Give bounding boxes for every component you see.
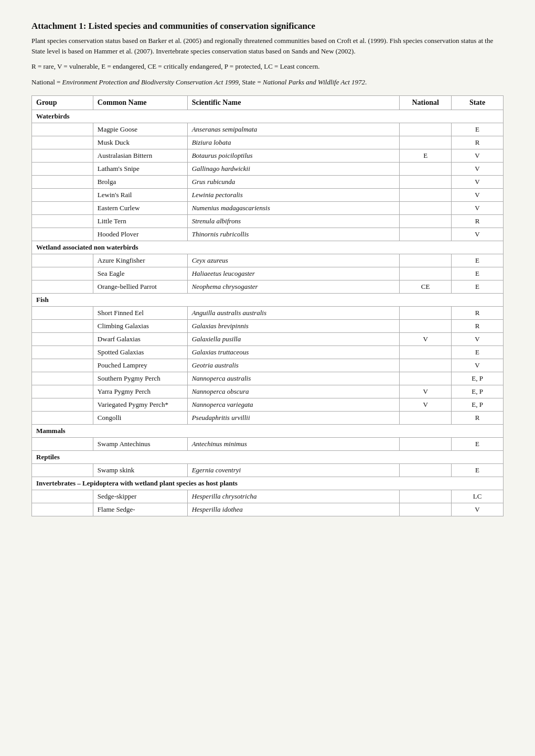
cell-national xyxy=(400,189,452,202)
cell-state: V xyxy=(452,163,504,176)
cell-group xyxy=(32,228,93,241)
cell-group xyxy=(32,189,93,202)
cell-national xyxy=(400,176,452,189)
header-national: National xyxy=(400,96,452,110)
intro-text: Plant species conservation status based … xyxy=(31,36,504,56)
cell-national xyxy=(400,254,452,267)
cell-national xyxy=(400,136,452,149)
cell-state: R xyxy=(452,136,504,149)
cell-state: E, P xyxy=(452,372,504,385)
species-table: Group Common Name Scientific Name Nation… xyxy=(31,95,504,516)
cell-state: V xyxy=(452,503,504,516)
cell-common-name: Southern Pygmy Perch xyxy=(93,372,187,385)
cell-scientific-name: Galaxias brevipinnis xyxy=(187,320,400,333)
cell-group xyxy=(32,123,93,136)
cell-national xyxy=(400,490,452,503)
cell-national xyxy=(400,123,452,136)
table-row: Little TernStrenula albifronsR xyxy=(32,215,504,228)
cell-scientific-name: Anguilla australis australis xyxy=(187,307,400,320)
cell-scientific-name: Botaurus poiciloptilus xyxy=(187,149,400,163)
cell-state: V xyxy=(452,202,504,215)
cell-state: R xyxy=(452,320,504,333)
cell-state: E xyxy=(452,438,504,451)
cell-common-name: Brolga xyxy=(93,176,187,189)
cell-group xyxy=(32,503,93,516)
cell-scientific-name: Lewinia pectoralis xyxy=(187,189,400,202)
cell-scientific-name: Neophema chrysogaster xyxy=(187,280,400,294)
table-row: Southern Pygmy PerchNannoperca australis… xyxy=(32,372,504,385)
table-row: CongolliPseudaphritis urvilliiR xyxy=(32,412,504,425)
header-common: Common Name xyxy=(93,96,187,110)
cell-group xyxy=(32,346,93,359)
cell-scientific-name: Egernia coventryi xyxy=(187,464,400,477)
cell-state: R xyxy=(452,412,504,425)
cell-state: R xyxy=(452,307,504,320)
cell-group xyxy=(32,254,93,267)
table-row: Azure KingfisherCeyx azureusE xyxy=(32,254,504,267)
cell-group xyxy=(32,320,93,333)
act-text: National = Environment Protection and Bi… xyxy=(31,77,504,88)
cell-common-name: Variegated Pygmy Perch* xyxy=(93,398,187,412)
cell-state: V xyxy=(452,359,504,372)
cell-common-name: Orange-bellied Parrot xyxy=(93,280,187,294)
table-row: Latham's SnipeGallinago hardwickiiV xyxy=(32,163,504,176)
table-row: Musk DuckBiziura lobataR xyxy=(32,136,504,149)
cell-national xyxy=(400,464,452,477)
cell-scientific-name: Nannoperca obscura xyxy=(187,385,400,398)
cell-scientific-name: Biziura lobata xyxy=(187,136,400,149)
cell-state: R xyxy=(452,215,504,228)
cell-common-name: Eastern Curlew xyxy=(93,202,187,215)
table-row: Swamp skinkEgernia coventryiE xyxy=(32,464,504,477)
cell-state: V xyxy=(452,149,504,163)
section-header-row: Waterbirds xyxy=(32,110,504,123)
cell-state: V xyxy=(452,228,504,241)
page-title: Attachment 1: Listed species and communi… xyxy=(31,21,504,31)
table-row: Orange-bellied ParrotNeophema chrysogast… xyxy=(32,280,504,294)
cell-national: V xyxy=(400,333,452,346)
cell-scientific-name: Strenula albifrons xyxy=(187,215,400,228)
cell-group xyxy=(32,176,93,189)
section-label: Waterbirds xyxy=(32,110,504,123)
cell-scientific-name: Thinornis rubricollis xyxy=(187,228,400,241)
cell-scientific-name: Anseranas semipalmata xyxy=(187,123,400,136)
cell-scientific-name: Geotria australis xyxy=(187,359,400,372)
cell-group xyxy=(32,202,93,215)
section-label: Wetland associated non waterbirds xyxy=(32,241,504,254)
cell-common-name: Yarra Pygmy Perch xyxy=(93,385,187,398)
cell-common-name: Magpie Goose xyxy=(93,123,187,136)
cell-national xyxy=(400,307,452,320)
cell-national xyxy=(400,359,452,372)
cell-group xyxy=(32,215,93,228)
cell-group xyxy=(32,136,93,149)
section-header-row: Invertebrates – Lepidoptera with wetland… xyxy=(32,477,504,490)
table-row: BrolgaGrus rubicundaV xyxy=(32,176,504,189)
cell-state: LC xyxy=(452,490,504,503)
cell-group xyxy=(32,385,93,398)
cell-common-name: Flame Sedge- xyxy=(93,503,187,516)
cell-state: E xyxy=(452,464,504,477)
cell-national xyxy=(400,372,452,385)
cell-state: E, P xyxy=(452,385,504,398)
cell-state: E, P xyxy=(452,398,504,412)
cell-scientific-name: Grus rubicunda xyxy=(187,176,400,189)
cell-national xyxy=(400,412,452,425)
cell-scientific-name: Gallinago hardwickii xyxy=(187,163,400,176)
cell-scientific-name: Haliaeetus leucogaster xyxy=(187,267,400,280)
cell-common-name: Sedge-skipper xyxy=(93,490,187,503)
cell-group xyxy=(32,372,93,385)
table-row: Short Finned EelAnguilla australis austr… xyxy=(32,307,504,320)
legend-text: R = rare, V = vulnerable, E = endangered… xyxy=(31,61,504,72)
cell-national xyxy=(400,215,452,228)
cell-state: E xyxy=(452,267,504,280)
cell-scientific-name: Antechinus minimus xyxy=(187,438,400,451)
cell-group xyxy=(32,307,93,320)
cell-common-name: Swamp Antechinus xyxy=(93,438,187,451)
table-row: Lewin's RailLewinia pectoralisV xyxy=(32,189,504,202)
table-row: Eastern CurlewNumenius madagascariensisV xyxy=(32,202,504,215)
cell-national xyxy=(400,228,452,241)
cell-state: E xyxy=(452,123,504,136)
table-row: Spotted GalaxiasGalaxias truttaceousE xyxy=(32,346,504,359)
header-state: State xyxy=(452,96,504,110)
cell-common-name: Azure Kingfisher xyxy=(93,254,187,267)
cell-group xyxy=(32,333,93,346)
